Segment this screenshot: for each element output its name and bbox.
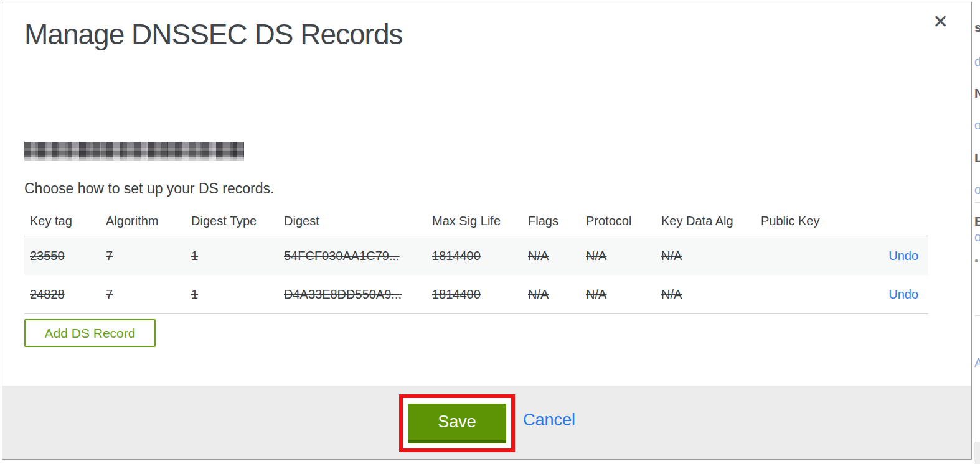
cell-key-tag: 24828: [24, 287, 100, 302]
cell-digest: 54FCF030AA1C79...: [278, 249, 426, 263]
cell-algorithm: 7: [100, 287, 186, 302]
ds-record-row: 24828 7 1 D4A33E8DD550A9... 1814400 N/A …: [24, 275, 928, 313]
modal-footer: Save Cancel: [2, 386, 971, 459]
edge-fragment: o: [974, 230, 980, 244]
cell-digest-type: 1: [186, 287, 278, 302]
header-public-key: Public Key: [755, 214, 855, 228]
table-header-row: Key tag Algorithm Digest Type Digest Max…: [24, 206, 928, 236]
header-digest: Digest: [278, 214, 426, 228]
edge-fragment: o: [974, 118, 980, 132]
cell-digest: D4A33E8DD550A9...: [278, 287, 426, 302]
edge-gray-block: [974, 442, 980, 464]
screenshot-stage: Manage DNSSEC DS Records ✕ Choose how to…: [0, 0, 980, 464]
manage-dnssec-modal: Manage DNSSEC DS Records ✕ Choose how to…: [2, 2, 972, 460]
cell-flags: N/A: [522, 249, 580, 263]
edge-divider: [974, 202, 980, 203]
edge-fragment: A: [974, 356, 980, 370]
undo-link[interactable]: Undo: [888, 287, 918, 301]
annotation-highlight-save: Save: [399, 394, 515, 452]
close-icon[interactable]: ✕: [933, 12, 948, 31]
header-protocol: Protocol: [580, 214, 656, 228]
edge-fragment: s: [974, 20, 980, 35]
header-max-sig-life: Max Sig Life: [426, 214, 522, 228]
header-key-tag: Key tag: [24, 214, 100, 228]
edge-fragment: E: [974, 214, 980, 229]
cell-max-sig-life: 1814400: [426, 249, 522, 263]
cell-algorithm: 7: [100, 249, 186, 263]
header-digest-type: Digest Type: [186, 214, 278, 228]
cell-key-data-alg: N/A: [656, 287, 755, 302]
edge-fragment: d: [974, 55, 980, 69]
edge-fragment: N: [974, 86, 980, 101]
domain-name-redacted: [24, 142, 244, 161]
cell-protocol: N/A: [580, 287, 656, 302]
cell-flags: N/A: [522, 287, 580, 302]
edge-fragment: o: [974, 183, 980, 197]
ds-record-row: 23550 7 1 54FCF030AA1C79... 1814400 N/A …: [24, 236, 928, 275]
cell-digest-type: 1: [186, 249, 278, 263]
edge-fragment: L: [974, 151, 980, 165]
cell-max-sig-life: 1814400: [426, 287, 522, 302]
page-title: Manage DNSSEC DS Records: [24, 17, 402, 51]
cell-protocol: N/A: [580, 249, 656, 263]
add-ds-record-button[interactable]: Add DS Record: [24, 319, 156, 347]
edge-divider: [974, 315, 980, 316]
cell-action: Undo: [855, 287, 928, 302]
intro-text: Choose how to set up your DS records.: [24, 180, 274, 197]
save-button[interactable]: Save: [408, 404, 506, 443]
edge-fragment: •: [974, 255, 978, 268]
header-algorithm: Algorithm: [100, 214, 186, 228]
table-body: 23550 7 1 54FCF030AA1C79... 1814400 N/A …: [24, 236, 928, 314]
header-flags: Flags: [522, 214, 580, 228]
cell-key-tag: 23550: [24, 249, 100, 263]
undo-link[interactable]: Undo: [888, 249, 918, 262]
background-page-edge: sdNoLoEo•A: [974, 0, 980, 464]
cancel-link[interactable]: Cancel: [523, 411, 575, 430]
header-key-data-alg: Key Data Alg: [656, 214, 755, 228]
cell-action: Undo: [855, 249, 928, 263]
ds-records-table: Key tag Algorithm Digest Type Digest Max…: [24, 206, 928, 314]
cell-key-data-alg: N/A: [656, 249, 755, 263]
